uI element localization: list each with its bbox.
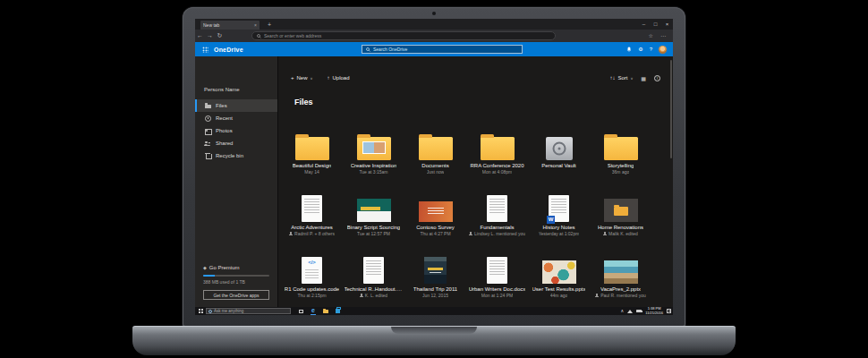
file-item[interactable]: Fundamentals Lindsey L. mentioned you <box>466 186 528 248</box>
file-subtitle: K. L. edited <box>360 293 387 298</box>
file-item[interactable]: Urban Writers Doc.docx Mon at 1:24 PM <box>466 248 528 310</box>
taskbar-search[interactable] <box>206 308 291 314</box>
file-subtitle: May 14 <box>304 169 319 175</box>
taskbar-clock[interactable]: 1:38 PM 11/21/2016 <box>645 307 663 315</box>
edge-icon[interactable]: e <box>311 307 316 315</box>
file-item[interactable]: Binary Script Sourcing Tue at 12:57 PM <box>343 186 404 248</box>
scrollbar[interactable] <box>670 60 672 158</box>
file-item[interactable]: RRA Conference 2020 Mon at 4:08pm <box>466 124 528 186</box>
file-name: Binary Script Sourcing <box>347 225 400 230</box>
bell-icon[interactable] <box>626 47 632 52</box>
file-subtitle: Jun 12, 2015 <box>422 293 448 298</box>
gear-icon[interactable]: ⚙ <box>638 42 642 56</box>
file-subtitle: 36m ago <box>612 169 629 175</box>
file-thumbnail <box>343 248 404 284</box>
new-tab-button[interactable]: + <box>265 21 274 30</box>
file-subtitle: Mon at 4:08pm <box>482 169 512 175</box>
file-item[interactable]: Home Renovations Malik K. edited <box>590 186 651 248</box>
file-thumbnail <box>466 124 528 160</box>
file-thumbnail <box>281 186 343 222</box>
go-premium-link[interactable]: ◆ Go Premium <box>203 265 269 270</box>
thumbnail-art <box>357 137 391 160</box>
clock-icon <box>204 115 211 122</box>
premium-diamond-icon: ◆ <box>203 265 207 270</box>
new-button[interactable]: + New ∨ <box>291 75 312 81</box>
upload-button[interactable]: ↑ Upload <box>327 75 349 81</box>
sort-button[interactable]: ↑↓ Sort ∨ <box>609 75 633 81</box>
file-name: Home Renovations <box>598 225 643 230</box>
close-button[interactable]: × <box>661 19 673 30</box>
help-icon[interactable]: ? <box>650 42 652 56</box>
action-center-icon[interactable] <box>667 309 671 313</box>
more-menu-icon[interactable]: ⋯ <box>660 30 666 42</box>
start-button[interactable] <box>195 307 206 315</box>
sidebar-item-photos[interactable]: Photos <box>195 124 277 137</box>
file-item[interactable]: Thailand Trip 2011 Jun 12, 2015 <box>404 248 466 310</box>
favorites-star-icon[interactable]: ☆ <box>649 30 653 42</box>
app-launcher-icon[interactable] <box>202 47 208 53</box>
refresh-icon[interactable]: ↻ <box>215 30 225 42</box>
task-view-icon[interactable] <box>299 310 303 313</box>
thumbnail-art <box>302 257 322 284</box>
battery-icon[interactable] <box>636 310 642 313</box>
upload-icon: ↑ <box>327 75 329 81</box>
info-icon[interactable]: i <box>654 75 660 81</box>
taskbar-app-icons: e <box>299 307 340 315</box>
system-tray: ∧ 1:38 PM 11/21/2016 <box>621 307 673 315</box>
minimize-button[interactable]: – <box>638 19 650 30</box>
get-apps-button[interactable]: Get the OneDrive apps <box>203 290 269 300</box>
file-item[interactable]: User Test Results.pptx 44m ago <box>528 248 590 310</box>
forward-icon[interactable]: → <box>205 30 215 42</box>
file-item[interactable]: History Notes Yesterday at 1:02pm <box>528 186 590 248</box>
sidebar-item-label: Recycle bin <box>216 153 243 158</box>
files-grid: Beautiful Design May 14 Creative Inspira… <box>281 124 651 310</box>
folder-icon <box>204 102 211 109</box>
file-item[interactable]: Creative Inspiration Tue at 3:15am <box>343 124 404 186</box>
file-item[interactable]: Technical R..Handout.pptx K. L. edited <box>343 248 404 310</box>
webcam-dot <box>432 12 436 15</box>
file-item[interactable]: Contoso Survey Thu at 4:27 PM <box>404 186 466 248</box>
file-item[interactable]: Documents Just now <box>404 124 466 186</box>
chevron-down-icon: ∨ <box>630 76 633 81</box>
file-explorer-icon[interactable] <box>323 310 328 313</box>
cortana-icon <box>208 310 212 313</box>
onedrive-content: Persons Name Files Recent Photos Shared … <box>195 56 673 307</box>
browser-tab[interactable]: New tab × <box>200 21 260 30</box>
view-toggle-icon[interactable]: ▦ <box>641 75 646 81</box>
file-name: Creative Inspiration <box>351 163 397 168</box>
thumbnail-art <box>604 137 638 160</box>
search-icon <box>366 47 370 52</box>
avatar[interactable] <box>659 46 667 54</box>
onedrive-search-input[interactable] <box>373 47 518 52</box>
sidebar-item-recent[interactable]: Recent <box>195 112 277 124</box>
sidebar-item-recycle-bin[interactable]: Recycle bin <box>195 149 277 162</box>
chevron-down-icon: ∨ <box>311 76 313 81</box>
address-input[interactable] <box>264 33 550 38</box>
file-name: Documents <box>421 163 448 168</box>
file-item[interactable]: Beautiful Design May 14 <box>281 124 343 186</box>
file-name: Urban Writers Doc.docx <box>469 286 526 292</box>
maximize-button[interactable]: □ <box>650 19 661 30</box>
back-icon[interactable]: ← <box>195 30 205 42</box>
address-field[interactable] <box>251 31 556 40</box>
search-icon <box>257 34 261 38</box>
sidebar-item-files[interactable]: Files <box>195 99 277 112</box>
file-thumbnail <box>404 248 466 284</box>
file-thumbnail <box>466 248 528 284</box>
taskbar-search-input[interactable] <box>214 309 288 313</box>
tray-chevron-icon[interactable]: ∧ <box>621 309 625 313</box>
tab-close-icon[interactable]: × <box>254 22 257 28</box>
file-thumbnail <box>343 186 404 222</box>
sidebar-item-shared[interactable]: Shared <box>195 137 277 149</box>
store-icon[interactable] <box>336 309 340 313</box>
thumbnail-art <box>487 195 507 222</box>
wifi-icon[interactable] <box>627 310 633 313</box>
file-item[interactable]: R1 Code updates.code Thu at 2:15pm <box>281 248 343 310</box>
onedrive-search-box[interactable] <box>362 45 523 54</box>
file-item[interactable]: Personal Vault <box>528 124 590 186</box>
file-item[interactable]: Storytelling 36m ago <box>590 124 651 186</box>
file-name: Storytelling <box>608 163 634 168</box>
file-item[interactable]: Arctic Adventures Radmil P. + 8 others <box>281 186 343 248</box>
file-item[interactable]: VacaPres_2.pptx Paul R. mentioned you <box>590 248 651 310</box>
file-thumbnail <box>281 124 343 160</box>
